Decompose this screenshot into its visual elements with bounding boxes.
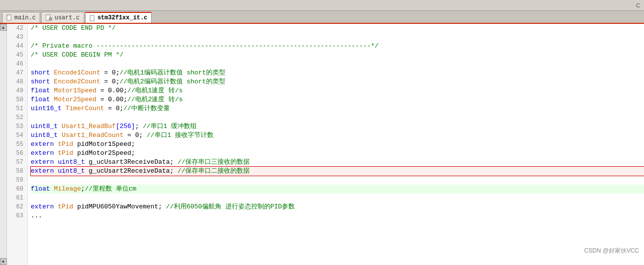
kw-token: uint8_t (31, 123, 58, 130)
comment-token: //保存串口三接收的数据 (177, 158, 250, 166)
comment-token: //里程数 单位cm (85, 185, 136, 193)
kw-token: float (31, 185, 50, 193)
var-token: Encode2Count (54, 78, 101, 85)
kw-token: extern (31, 149, 54, 157)
line-number: 62 (9, 202, 25, 211)
comment-token: //中断计数变量 (123, 105, 170, 112)
code-line[interactable]: /* Private macro -----------------------… (31, 42, 644, 51)
comment-token: //电机2编码器计数值 short的类型 (119, 78, 225, 85)
tab-usart-c[interactable]: usart.c (41, 12, 84, 23)
tab-stm32f1xx-it-c[interactable]: stm32f1xx_it.c (85, 12, 152, 23)
kw-token: uint8_t (58, 158, 85, 166)
code-line[interactable]: extern uint8_t g_ucUsart2ReceiveData; //… (31, 167, 644, 176)
line-number: 60 (9, 185, 25, 194)
plain-token (50, 96, 54, 103)
plain-token: = 0.00; (97, 96, 127, 103)
plain-token: = 0.00; (97, 87, 127, 94)
code-line[interactable]: uint16_t TimerCount = 0;//中断计数变量 (31, 104, 644, 113)
var-token: tPid (58, 149, 73, 157)
tab-main-c-label: main.c (14, 14, 36, 21)
svg-point-3 (49, 17, 52, 20)
plain-token (54, 167, 58, 175)
tab-stm32f1xx-it-c-label: stm32f1xx_it.c (98, 14, 148, 21)
kw-token: extern (31, 167, 54, 175)
gear-file-icon (46, 14, 53, 21)
left-scrollbar[interactable]: ▲ ▼ (0, 24, 7, 265)
editor-body: ▲ ▼ 424344454647484950515253545556575859… (0, 24, 644, 265)
code-line[interactable]: float Mileage;//里程数 单位cm (31, 185, 644, 194)
plain-token (54, 158, 58, 166)
plain-token (54, 149, 58, 157)
scroll-down-button[interactable]: ▼ (0, 258, 7, 265)
kw-token: uint8_t (31, 132, 58, 139)
plain-token: pidMPU6050YawMovement; (73, 203, 166, 210)
line-number: 54 (9, 131, 25, 140)
code-line[interactable] (31, 176, 644, 185)
code-line[interactable]: float Motor2Speed = 0.00;//电机2速度 转/s (31, 95, 644, 104)
code-line[interactable]: ... (31, 211, 644, 220)
plain-token: ... (31, 212, 42, 219)
line-number: 46 (9, 60, 25, 68)
code-line[interactable]: float Motor1Speed = 0.00;//电机1速度 转/s (31, 86, 644, 95)
kw-token: uint16_t (31, 105, 61, 112)
code-line[interactable]: extern tPid pidMPU6050YawMovement; //利用6… (31, 202, 644, 211)
plain-token: = 0; (123, 132, 147, 139)
scroll-track (0, 31, 6, 258)
editor-container: C main.c usart.c stm32f1xx_it.c ▲ ▼ 4243… (0, 0, 644, 265)
code-line[interactable]: /* USER CODE BEGIN PM */ (31, 51, 644, 60)
line-number: 51 (9, 104, 25, 113)
scroll-up-button[interactable]: ▲ (0, 24, 7, 31)
code-line[interactable]: extern tPid pidMotor2Speed; (31, 149, 644, 158)
code-line[interactable] (31, 60, 644, 68)
code-line[interactable]: extern uint8_t g_ucUsart3ReceiveData; //… (31, 158, 644, 167)
line-numbers: 4243444546474849505152535455565758596061… (7, 24, 28, 265)
var-token: Motor1Speed (54, 87, 97, 94)
line-number: 57 (9, 158, 25, 167)
var-token: Usart1_ReadCount (61, 132, 123, 139)
comment-token: /* Private macro -----------------------… (31, 42, 378, 50)
code-line[interactable]: uint8_t Usart1_ReadCount = 0; //串口1 接收字节… (31, 131, 644, 140)
line-number: 55 (9, 140, 25, 149)
var-token: tPid (58, 203, 73, 210)
plain-token: = 0; (100, 69, 119, 76)
kw-token: float (31, 87, 50, 94)
watermark: CSDN @好家伙VCC (584, 247, 639, 255)
plain-token (54, 140, 58, 148)
plain-token (50, 78, 54, 85)
code-line[interactable] (31, 113, 644, 122)
tab-main-c[interactable]: main.c (2, 12, 40, 23)
line-number: 49 (9, 86, 25, 95)
code-line[interactable] (31, 194, 644, 202)
code-line[interactable]: short Encode1Count = 0;//电机1编码器计数值 short… (31, 68, 644, 77)
plain-token (50, 69, 54, 76)
kw-token: float (31, 96, 50, 103)
line-number: 50 (9, 95, 25, 104)
comment-token: //电机2速度 转/s (127, 96, 183, 103)
top-bar: C (0, 0, 644, 11)
code-line[interactable] (31, 33, 644, 42)
file-icon (6, 14, 12, 21)
line-number: 45 (9, 51, 25, 60)
line-number: 47 (9, 68, 25, 77)
toolbar-placeholder: C (636, 2, 640, 8)
var-token: Motor2Speed (54, 96, 97, 103)
kw-token: uint8_t (58, 167, 85, 175)
code-line[interactable]: extern tPid pidMotor1Speed; (31, 140, 644, 149)
code-area[interactable]: /* USER CODE END PD */ /* Private macro … (28, 24, 644, 265)
code-line[interactable]: /* USER CODE END PD */ (31, 24, 644, 33)
plain-token (50, 185, 54, 193)
plain-token (50, 87, 54, 94)
plain-token: g_ucUsart2ReceiveData; (85, 167, 177, 175)
plain-token: g_ucUsart3ReceiveData; (85, 158, 177, 166)
tabs-row: main.c usart.c stm32f1xx_it.c (0, 11, 644, 24)
line-number: 48 (9, 77, 25, 86)
code-line[interactable]: short Encode2Count = 0;//电机2编码器计数值 short… (31, 77, 644, 86)
var-token: Mileage (54, 185, 81, 193)
plain-token (54, 203, 58, 210)
kw-token: extern (31, 140, 54, 148)
code-line[interactable]: uint8_t Usart1_ReadBuf[256]; //串口1 缓冲数组 (31, 122, 644, 131)
comment-token: //利用6050偏航角 进行姿态控制的PID参数 (166, 203, 295, 210)
var-token: TimerCount (65, 105, 104, 112)
comment-token: //串口1 缓冲数组 (143, 123, 197, 130)
line-number: 43 (9, 33, 25, 42)
